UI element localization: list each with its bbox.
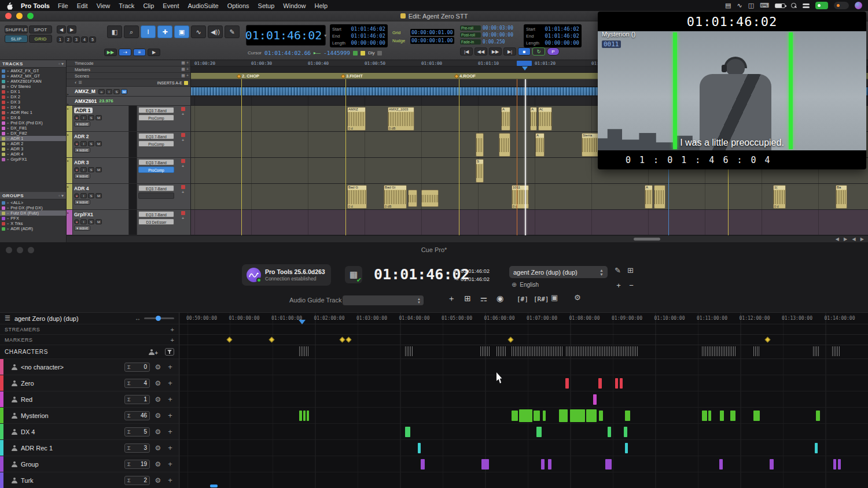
record-enable-button[interactable]: ● <box>74 219 79 224</box>
audio-clip[interactable]: Bad G0 d <box>347 185 367 209</box>
track-button-s[interactable]: S <box>113 89 120 94</box>
insert-bypass-chip[interactable] <box>181 211 185 215</box>
tracks-panel-header[interactable]: TRACKS ◦ ▾ <box>0 60 66 68</box>
mirrored-midi-icon[interactable]: ▶ <box>148 49 160 56</box>
cue-clip[interactable] <box>770 459 774 469</box>
cue-clip[interactable] <box>624 427 627 437</box>
session-select[interactable]: agent Zero (dup) (dup) ▲▼ <box>509 266 608 278</box>
marker-diamond[interactable] <box>269 337 275 343</box>
track-view-selector[interactable]: ▾ wave <box>74 147 90 153</box>
tracks-panel-menu-icon[interactable]: ◦ ▾ <box>58 61 64 66</box>
input-monitor-button[interactable]: I <box>80 193 87 198</box>
return-to-zero-button[interactable]: |◀ <box>460 47 473 56</box>
cue-clip[interactable] <box>541 459 545 469</box>
character-lane[interactable] <box>179 456 868 472</box>
cue-clip[interactable] <box>565 378 569 389</box>
mute-button[interactable]: M <box>95 115 102 120</box>
cue-clip[interactable] <box>708 411 711 421</box>
timecode-ruler-label[interactable]: Timecode▦ + <box>67 60 190 66</box>
solo-button[interactable]: S <box>88 115 94 120</box>
track-view-selector[interactable]: ▾ wave <box>74 121 90 127</box>
gear-icon[interactable]: ⚙ <box>153 363 163 371</box>
main-counter-value[interactable]: 01:01:46:02 <box>245 28 322 42</box>
grid-value[interactable]: 00:00:00:01.00 <box>410 29 454 36</box>
loop-playback-button[interactable]: ↻ <box>532 47 545 56</box>
ruler-options-icon[interactable]: ▦ + <box>181 67 190 72</box>
audio-guide-select[interactable]: ▲▼ <box>343 295 424 305</box>
track-controls-amxz601[interactable]: AMXZ60123.976 <box>67 97 190 106</box>
zoom-arrows-icon[interactable]: ↔ <box>135 315 141 321</box>
track-lane-adr-4[interactable] <box>191 184 868 210</box>
sidebar-item[interactable]: ≈ADR 2 <box>0 141 66 146</box>
post-roll-value[interactable]: 00:00:00:00 <box>483 32 513 38</box>
add-insert-icon[interactable]: + <box>182 138 185 142</box>
menu-window[interactable]: Window <box>283 2 306 9</box>
audio-clip[interactable]: Bad Gi0 dB <box>384 185 407 209</box>
sidebar-item[interactable]: ≈AMXZ601FXAN <box>0 79 66 84</box>
gear-icon[interactable]: ⚙ <box>153 379 163 387</box>
character-row[interactable]: GroupΣ19⚙+ <box>0 456 179 472</box>
insert-eq3-7-band[interactable]: EQ3 7-Band <box>138 185 174 191</box>
battery-icon[interactable] <box>775 3 785 8</box>
track-button-o[interactable]: o <box>98 89 105 94</box>
sidebar-item[interactable]: ≈Prd DX (Prd DX) <box>0 120 66 125</box>
menu-file[interactable]: File <box>58 2 68 9</box>
track-view-selector[interactable]: ▾ wave <box>74 199 90 205</box>
cue-clip[interactable] <box>615 378 618 389</box>
fast-forward-button[interactable]: ▶▶ <box>489 47 502 56</box>
cue-clip[interactable] <box>620 378 623 389</box>
timeline-end[interactable]: 01:01:46:02 <box>545 33 579 39</box>
add-cue-icon[interactable]: + <box>166 427 174 436</box>
cue-clip[interactable] <box>816 411 820 421</box>
add-cue-icon[interactable]: + <box>166 379 174 387</box>
out-time[interactable]: 01:01:46:02 <box>461 275 490 283</box>
cue-clip[interactable] <box>512 411 518 421</box>
insert-bypass-chip[interactable] <box>181 185 185 189</box>
playhead-pointer[interactable] <box>299 320 306 324</box>
track-controls-adr-3[interactable]: ADR 3●ISM▾ waveEQ3 7-BandProComp+ <box>67 158 190 184</box>
sidebar-item[interactable]: ≈DX 2 <box>0 94 66 99</box>
delay-compensation-label[interactable]: Dly <box>368 50 375 56</box>
insert-d3-deesser[interactable]: D3 DeEsser <box>138 219 174 225</box>
character-row[interactable]: TurkΣ2⚙+ <box>0 472 179 488</box>
character-lane[interactable] <box>179 408 868 424</box>
scene-marker[interactable]: 4.ROOF <box>455 73 476 79</box>
menu-view[interactable]: View <box>97 2 111 9</box>
zoom-slider-knob[interactable] <box>156 316 161 321</box>
track-controls-adr-1[interactable]: ADR 1●ISM▾ waveEQ3 7-BandProComp+ <box>67 106 190 132</box>
zoom-slider[interactable] <box>144 317 174 319</box>
character-lane[interactable] <box>179 391 868 408</box>
insertion-follows-playback-icon[interactable]: ▶▶ <box>104 49 117 56</box>
gear-icon[interactable]: ⚙ <box>153 476 163 485</box>
insert-eq3-7-band[interactable]: EQ3 7-Band <box>138 159 174 165</box>
markers-ruler-label[interactable]: Markers▦ + <box>67 66 190 73</box>
input-monitor-button[interactable]: I <box>80 141 87 146</box>
cue-clip[interactable] <box>299 411 302 421</box>
menu-clip[interactable]: Clip <box>143 2 154 9</box>
selector-tool[interactable]: I <box>141 25 156 38</box>
grid-mode-button[interactable]: GRID <box>29 35 52 43</box>
audio-clip[interactable] <box>654 185 665 209</box>
character-lane[interactable] <box>179 424 868 440</box>
groups-panel-menu-icon[interactable]: ◦ ▾ <box>58 193 64 198</box>
hamburger-menu-icon[interactable]: ☰ <box>5 315 10 322</box>
zoom-in-button[interactable]: ▶ <box>67 25 76 34</box>
renumber-cues-button[interactable]: [R#] <box>534 295 549 303</box>
mute-button[interactable]: M <box>95 141 102 146</box>
cue-clip[interactable] <box>833 459 836 469</box>
track-controls-amxz-m[interactable]: AMXZ_MoISM <box>67 87 190 97</box>
cue-clip[interactable] <box>559 409 568 422</box>
audio-clip[interactable]: 10110 d <box>512 185 529 209</box>
groups-panel-header[interactable]: GROUPS ◦ ▾ <box>0 192 66 199</box>
cue-clip[interactable] <box>418 443 421 453</box>
cue-clip[interactable] <box>719 459 723 469</box>
sidebar-item[interactable]: ≈<ALL> <box>0 200 66 205</box>
apple-menu-icon[interactable] <box>6 2 13 10</box>
shuffle-mode-button[interactable]: SHUFFLE <box>5 25 28 34</box>
cue-clip[interactable] <box>730 411 735 421</box>
sidebar-item[interactable]: ≈ADR 1 <box>0 136 66 141</box>
spotlight-icon[interactable] <box>791 3 797 9</box>
cue-clip[interactable] <box>405 427 410 437</box>
cue-clip[interactable] <box>421 459 425 469</box>
post-roll-label[interactable]: Post-roll <box>460 32 481 38</box>
